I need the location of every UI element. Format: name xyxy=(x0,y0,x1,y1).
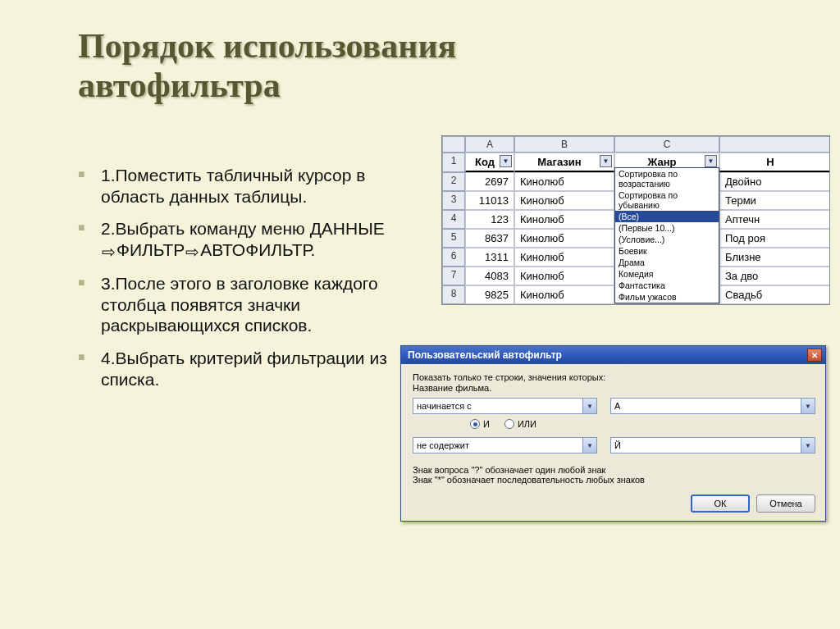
dialog-title: Пользовательский автофильтр xyxy=(408,349,562,361)
cell[interactable]: За дво xyxy=(719,267,830,285)
cancel-button[interactable]: Отмена xyxy=(756,495,815,513)
row-header[interactable]: 2 xyxy=(442,172,465,191)
dropdown-option[interactable]: Сортировка по возрастанию xyxy=(615,168,719,189)
title-line-2: автофильтра xyxy=(78,66,281,104)
row-header[interactable]: 7 xyxy=(442,267,465,285)
dropdown-option[interactable]: Комедия xyxy=(615,268,719,280)
dropdown-option-all[interactable]: (Все) xyxy=(615,211,719,222)
cell[interactable]: 9825 xyxy=(465,285,514,304)
cell[interactable]: Кинолюб xyxy=(514,210,614,229)
bullet-3: 3.После этого в заголовке каждого столбц… xyxy=(78,268,390,343)
radio-and[interactable]: И xyxy=(470,419,490,429)
radio-icon xyxy=(504,419,514,429)
cell[interactable]: Под роя xyxy=(719,229,830,248)
chevron-down-icon[interactable] xyxy=(801,399,815,413)
row-header[interactable]: 5 xyxy=(442,229,465,248)
header-shop: Магазин xyxy=(514,153,614,172)
cell[interactable]: 11013 xyxy=(465,191,514,210)
arrow-right-icon: ⇨ xyxy=(102,242,116,262)
cell[interactable]: Кинолюб xyxy=(514,191,614,210)
dialog-titlebar[interactable]: Пользовательский автофильтр ✕ xyxy=(401,346,825,364)
chevron-down-icon[interactable] xyxy=(582,399,596,413)
excel-screenshot: A B C 1 Код Магазин Жанр Н 2 2697 Кинолю… xyxy=(441,135,830,305)
cell[interactable]: Двойно xyxy=(719,172,830,191)
dialog-field-name: Название фильма. xyxy=(413,383,815,393)
row-header[interactable]: 3 xyxy=(442,191,465,210)
hint-asterisk: Знак "*" обозначает последовательность л… xyxy=(413,475,815,485)
bullet-1: 1.Поместить табличный курсор в область д… xyxy=(78,160,390,213)
cell[interactable]: Терми xyxy=(719,191,830,210)
title-line-1: Порядок использования xyxy=(78,27,456,65)
header-code: Код xyxy=(465,153,514,172)
col-header[interactable]: C xyxy=(614,136,719,153)
filter-dropdown-icon[interactable] xyxy=(600,155,612,167)
header-title: Н xyxy=(719,153,830,172)
col-header[interactable]: A xyxy=(465,136,514,153)
condition2-value[interactable]: Й xyxy=(610,437,815,454)
bullet-4: 4.Выбрать критерий фильтрации из списка. xyxy=(78,343,390,396)
radio-or[interactable]: ИЛИ xyxy=(504,419,536,429)
condition1-value[interactable]: А xyxy=(610,398,815,414)
filter-dropdown-icon[interactable] xyxy=(705,155,717,167)
cell[interactable]: Свадьб xyxy=(719,285,830,304)
cell[interactable]: 1311 xyxy=(465,248,514,267)
genre-filter-dropdown[interactable]: Сортировка по возрастанию Сортировка по … xyxy=(614,167,719,303)
chevron-down-icon[interactable] xyxy=(801,438,815,453)
cell[interactable]: 2697 xyxy=(465,172,514,191)
custom-autofilter-dialog: Пользовательский автофильтр ✕ Показать т… xyxy=(400,345,826,522)
row-header[interactable]: 1 xyxy=(442,153,465,172)
cell[interactable]: 123 xyxy=(465,210,514,229)
cell[interactable]: 4083 xyxy=(465,267,514,285)
row-header[interactable]: 8 xyxy=(442,285,465,304)
bullet-list: 1.Поместить табличный курсор в область д… xyxy=(78,160,390,396)
bullet-2: 2.Выбрать команду меню ДАННЫЕ⇨ФИЛЬТР⇨АВТ… xyxy=(78,213,390,268)
filter-dropdown-icon[interactable] xyxy=(500,155,512,167)
corner-cell xyxy=(442,136,465,153)
cell[interactable]: Кинолюб xyxy=(514,229,614,248)
dropdown-option[interactable]: (Условие...) xyxy=(615,234,719,245)
chevron-down-icon[interactable] xyxy=(582,438,596,453)
dropdown-option[interactable]: Боевик xyxy=(615,245,719,257)
cell[interactable]: Кинолюб xyxy=(514,267,614,285)
cell[interactable]: 8637 xyxy=(465,229,514,248)
ok-button[interactable]: ОК xyxy=(691,495,750,513)
arrow-right-icon: ⇨ xyxy=(185,242,199,262)
dialog-instruction: Показать только те строки, значения кото… xyxy=(413,372,815,382)
dropdown-option[interactable]: Сортировка по убыванию xyxy=(615,189,719,211)
radio-icon xyxy=(470,419,480,429)
cell[interactable]: Кинолюб xyxy=(514,248,614,267)
cell[interactable]: Аптечн xyxy=(719,210,830,229)
close-icon[interactable]: ✕ xyxy=(807,349,822,362)
cell[interactable]: Кинолюб xyxy=(514,172,614,191)
col-header[interactable]: B xyxy=(514,136,614,153)
row-header[interactable]: 6 xyxy=(442,248,465,267)
cell[interactable]: Кинолюб xyxy=(514,285,614,304)
dropdown-option[interactable]: Фантастика xyxy=(615,280,719,291)
dropdown-option[interactable]: Драма xyxy=(615,257,719,268)
hint-question-mark: Знак вопроса "?" обозначает один любой з… xyxy=(413,465,815,475)
row-header[interactable]: 4 xyxy=(442,210,465,229)
condition2-operator[interactable]: не содержит xyxy=(413,437,597,454)
cell[interactable]: Близне xyxy=(719,248,830,267)
dropdown-option[interactable]: Фильм ужасов xyxy=(615,291,719,303)
condition1-operator[interactable]: начинается с xyxy=(413,398,597,414)
slide-title: Порядок использования автофильтра xyxy=(0,0,840,106)
col-header[interactable] xyxy=(719,136,830,153)
dropdown-option[interactable]: (Первые 10...) xyxy=(615,222,719,234)
